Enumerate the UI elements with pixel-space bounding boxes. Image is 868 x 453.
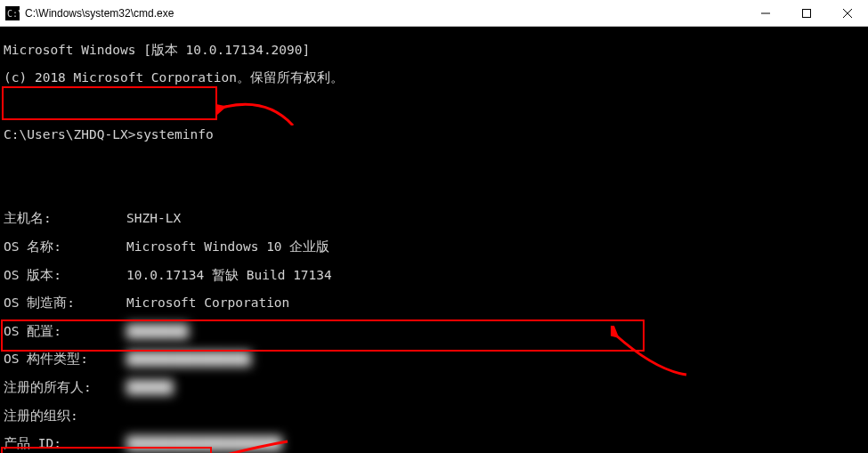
value: Microsoft Windows 10 企业版: [126, 240, 329, 255]
value: 10.0.17134 暂缺 Build 17134: [126, 269, 332, 283]
row-regorg: 注册的组织:: [4, 409, 864, 424]
header-line-2: (c) 2018 Microsoft Corporation。保留所有权利。: [4, 71, 864, 85]
header-line-1: Microsoft Windows [版本 10.0.17134.2090]: [4, 44, 864, 58]
row-osver: OS 版本:10.0.17134 暂缺 Build 17134: [4, 269, 864, 283]
row-osname: OS 名称:Microsoft Windows 10 企业版: [4, 240, 864, 255]
window-controls: [745, 0, 868, 27]
blank-line: [4, 100, 864, 114]
label: 产品 ID:: [4, 437, 126, 451]
blank-line: [4, 184, 864, 198]
row-regowner: 注册的所有人:██████: [4, 381, 864, 395]
minimize-button[interactable]: [745, 0, 786, 27]
label: OS 配置:: [4, 325, 126, 339]
label: 主机名:: [4, 212, 126, 226]
svg-rect-3: [803, 10, 811, 18]
terminal-output[interactable]: Microsoft Windows [版本 10.0.17134.2090] (…: [0, 27, 868, 453]
row-prodid: 产品 ID:████████████████████: [4, 437, 864, 451]
label: OS 制造商:: [4, 296, 126, 311]
value: SHZH-LX: [126, 212, 181, 226]
window-title: C:\Windows\system32\cmd.exe: [25, 7, 174, 20]
value: Microsoft Corporation: [126, 296, 289, 311]
row-oscfg: OS 配置:████████: [4, 325, 864, 339]
close-button[interactable]: [827, 0, 868, 27]
blank-line: [4, 156, 864, 170]
value-redacted: ████████████████████: [126, 437, 282, 451]
row-hostname: 主机名:SHZH-LX: [4, 212, 864, 226]
label: 注册的组织:: [4, 409, 126, 424]
cmd-icon: C:\: [5, 6, 20, 20]
label: OS 名称:: [4, 240, 126, 255]
row-osmfr: OS 制造商:Microsoft Corporation: [4, 296, 864, 311]
row-osbuild: OS 构件类型:████████████████: [4, 352, 864, 367]
svg-text:C:\: C:\: [7, 9, 20, 19]
value-redacted: ████████████████: [126, 352, 251, 367]
label: 注册的所有人:: [4, 381, 126, 395]
label: OS 构件类型:: [4, 352, 126, 367]
maximize-button[interactable]: [786, 0, 827, 27]
prompt-line: C:\Users\ZHDQ-LX>systeminfo: [4, 128, 864, 142]
value-redacted: ██████: [126, 381, 173, 395]
label: OS 版本:: [4, 269, 126, 283]
value-redacted: ████████: [126, 325, 189, 339]
titlebar: C:\ C:\Windows\system32\cmd.exe: [0, 0, 868, 27]
